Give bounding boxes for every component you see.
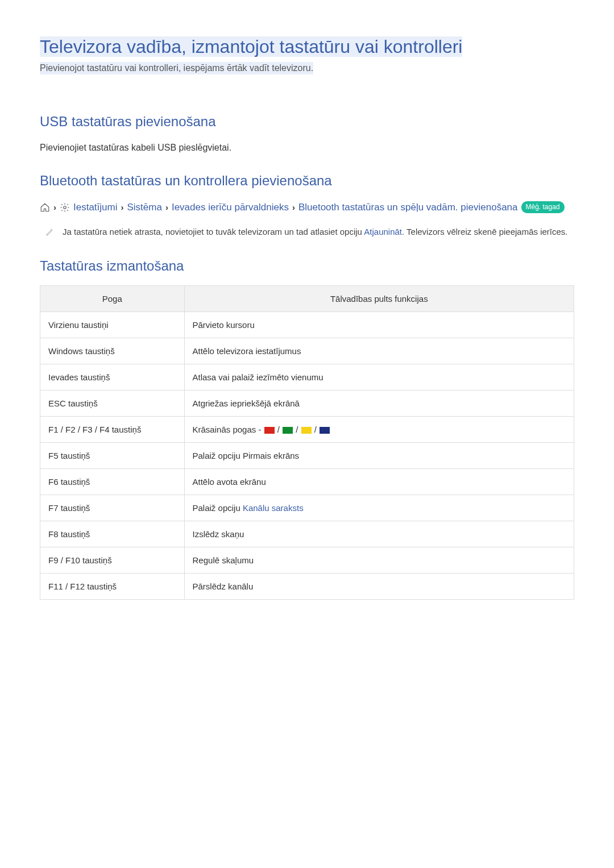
chevron-icon: ›	[53, 201, 56, 213]
svg-point-0	[64, 206, 67, 209]
table-row: F6 taustiņšAttēlo avota ekrānu	[40, 469, 574, 495]
fn-cell: Krāsainās pogas - / / /	[184, 417, 574, 443]
blue-color-square	[320, 427, 330, 434]
fn-cell: Attēlo televizora iestatījumus	[184, 338, 574, 364]
section-heading-usb: USB tastatūras pievienošana	[40, 112, 574, 131]
chevron-icon: ›	[121, 201, 123, 213]
table-row: F9 / F10 taustiņšRegulē skaļumu	[40, 547, 574, 574]
yellow-color-square	[301, 427, 312, 434]
page-subtitle: Pievienojot tastatūru vai kontrolleri, i…	[40, 62, 313, 74]
breadcrumb-item[interactable]: Sistēma	[127, 201, 161, 214]
fn-cell: Atlasa vai palaiž iezīmēto vienumu	[184, 364, 574, 391]
key-cell: F5 taustiņš	[40, 443, 185, 469]
breadcrumb-item[interactable]: Iestatījumi	[73, 201, 117, 214]
key-cell: Virzienu taustiņi	[40, 312, 185, 338]
keyboard-table: Poga Tālvadības pults funkcijas Virzienu…	[40, 285, 574, 600]
section-heading-bluetooth: Bluetooth tastatūras un kontrollera piev…	[40, 171, 574, 190]
key-cell: F9 / F10 taustiņš	[40, 547, 185, 574]
breadcrumb-item[interactable]: Ievades ierīču pārvaldnieks	[172, 201, 289, 214]
chevron-icon: ›	[292, 201, 295, 213]
key-cell: Windows taustiņš	[40, 338, 185, 364]
table-row: Windows taustiņšAttēlo televizora iestat…	[40, 338, 574, 364]
fn-cell: Atgriežas iepriekšējā ekrānā	[184, 391, 574, 417]
try-now-badge[interactable]: Mēģ. tagad	[521, 201, 565, 213]
key-cell: F11 / F12 taustiņš	[40, 574, 185, 600]
table-row: ESC taustiņšAtgriežas iepriekšējā ekrānā	[40, 391, 574, 417]
table-row: F8 taustiņšIzslēdz skaņu	[40, 521, 574, 547]
usb-body-text: Pievienojiet tastatūras kabeli USB piesl…	[40, 142, 574, 154]
key-cell: F7 taustiņš	[40, 495, 185, 521]
key-cell: F1 / F2 / F3 / F4 taustiņš	[40, 417, 185, 443]
red-color-square	[264, 427, 275, 434]
home-icon	[40, 201, 50, 214]
green-color-square	[283, 427, 293, 434]
fn-cell: Pārvieto kursoru	[184, 312, 574, 338]
fn-cell: Palaiž opciju Kanālu saraksts	[184, 495, 574, 521]
info-note: Ja tastatūra netiek atrasta, novietojiet…	[45, 226, 574, 239]
fn-cell: Pārslēdz kanālu	[184, 574, 574, 600]
chevron-icon: ›	[165, 201, 168, 213]
key-cell: Ievades taustiņš	[40, 364, 185, 391]
key-cell: F8 taustiņš	[40, 521, 185, 547]
breadcrumb-item[interactable]: Bluetooth tastatūras un spēļu vadām. pie…	[298, 201, 518, 214]
table-row: Ievades taustiņšAtlasa vai palaiž iezīmē…	[40, 364, 574, 391]
key-cell: ESC taustiņš	[40, 391, 185, 417]
note-suffix: . Televizors vēlreiz skenē pieejamās ier…	[402, 227, 568, 236]
pencil-icon	[45, 226, 55, 239]
key-cell: F6 taustiņš	[40, 469, 185, 495]
table-row: Virzienu taustiņiPārvieto kursoru	[40, 312, 574, 338]
table-header-fn: Tālvadības pults funkcijas	[184, 286, 574, 312]
table-row: F7 taustiņšPalaiž opciju Kanālu saraksts	[40, 495, 574, 521]
fn-cell: Palaiž opciju Pirmais ekrāns	[184, 443, 574, 469]
fn-cell: Regulē skaļumu	[184, 547, 574, 574]
section-heading-usage: Tastatūras izmantošana	[40, 256, 574, 276]
note-text: Ja tastatūra netiek atrasta, novietojiet…	[63, 226, 568, 239]
table-row: F11 / F12 taustiņšPārslēdz kanālu	[40, 574, 574, 600]
table-row: F1 / F2 / F3 / F4 taustiņšKrāsainās poga…	[40, 417, 574, 443]
note-link[interactable]: Atjaunināt	[364, 227, 402, 236]
note-prefix: Ja tastatūra netiek atrasta, novietojiet…	[63, 227, 364, 236]
table-header-key: Poga	[40, 286, 185, 312]
fn-cell: Izslēdz skaņu	[184, 521, 574, 547]
fn-cell: Attēlo avota ekrānu	[184, 469, 574, 495]
fn-link[interactable]: Kanālu saraksts	[243, 503, 304, 513]
gear-icon	[60, 201, 70, 214]
table-row: F5 taustiņšPalaiž opciju Pirmais ekrāns	[40, 443, 574, 469]
page-title: Televizora vadība, izmantojot tastatūru …	[40, 36, 462, 57]
breadcrumb: › Iestatījumi › Sistēma › Ievades ierīču…	[40, 201, 574, 214]
